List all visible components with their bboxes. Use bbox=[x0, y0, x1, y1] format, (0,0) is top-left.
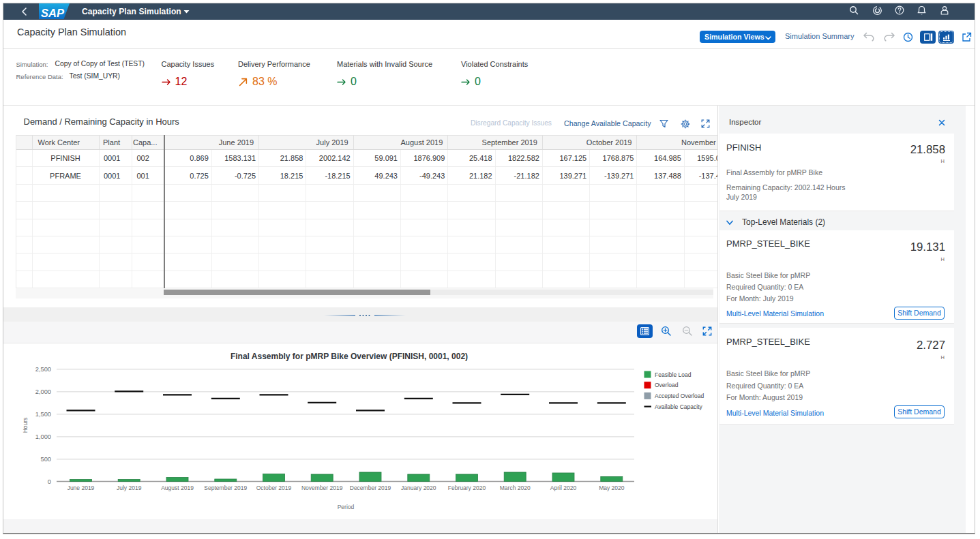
svg-text:April 2020: April 2020 bbox=[550, 484, 577, 491]
svg-text:October 2019: October 2019 bbox=[256, 484, 292, 491]
svg-text:2,500: 2,500 bbox=[35, 366, 51, 373]
svg-text:June 2019: June 2019 bbox=[68, 484, 95, 491]
svg-text:July 2019: July 2019 bbox=[117, 484, 142, 491]
svg-text:Feasible Load: Feasible Load bbox=[655, 371, 692, 378]
svg-text:2,000: 2,000 bbox=[35, 388, 51, 395]
svg-text:1,500: 1,500 bbox=[35, 411, 51, 418]
svg-text:Hours: Hours bbox=[22, 418, 29, 433]
svg-text:December 2019: December 2019 bbox=[350, 484, 391, 491]
svg-text:March 2020: March 2020 bbox=[500, 484, 531, 491]
svg-text:500: 500 bbox=[40, 456, 51, 463]
svg-text:1,000: 1,000 bbox=[35, 433, 51, 440]
svg-text:August 2019: August 2019 bbox=[161, 484, 194, 491]
svg-text:Overload: Overload bbox=[655, 382, 679, 388]
svg-text:Accepted Overload: Accepted Overload bbox=[655, 392, 704, 399]
svg-text:May 2020: May 2020 bbox=[599, 484, 625, 491]
svg-text:February 2020: February 2020 bbox=[448, 484, 486, 491]
svg-text:SAP: SAP bbox=[41, 7, 65, 19]
svg-text:September 2019: September 2019 bbox=[204, 484, 247, 491]
svg-text:0: 0 bbox=[48, 478, 51, 485]
svg-text:Period: Period bbox=[338, 504, 355, 510]
svg-text:Available Capacity: Available Capacity bbox=[655, 403, 703, 410]
svg-text:November 2019: November 2019 bbox=[301, 484, 343, 491]
svg-text:January 2020: January 2020 bbox=[401, 484, 436, 491]
